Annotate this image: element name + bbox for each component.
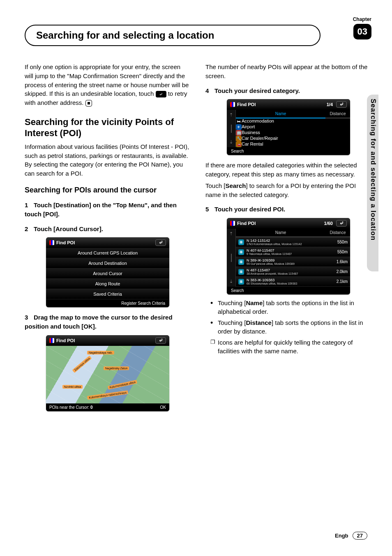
poi-row[interactable]: ▦N 407-M-1154079 Yakornaya ulitsa, Moskv… [236,247,350,257]
category-row[interactable]: 🛏Accommodation [236,118,350,124]
step-4: 4Touch your desired category. [205,86,371,95]
scroll-bar[interactable]: ⇡⇣ [227,110,236,147]
poi-icon: ▦ [238,259,244,265]
step-3: 3Drag the map to move the cursor to the … [25,313,191,331]
step-1: 1Touch [Destination] on the "Top Menu", … [25,201,191,219]
category-row[interactable]: 🚗Car Rental [236,141,350,147]
side-tab-label: Searching for and selecting a location [369,99,377,241]
poi-row[interactable]: ▦N 142-11514217k3 Kolomenskaya ulitsa, M… [236,237,350,247]
category-row[interactable]: ✈Airport [236,124,350,130]
page-indicator: 1/60 [324,221,333,226]
map-street-label: Nagatinskaya nab. [87,351,114,354]
page-footer: Engb 27 [335,532,367,540]
poi-icon: ▦ [238,279,244,285]
search-button[interactable]: Search [227,147,350,155]
map-area[interactable]: Nagatinskaya nab. Nagatinsky Zaton Zaton… [46,346,169,403]
bullet-distance-sort: Touching [Distance] tab sorts the option… [210,318,371,336]
back-icon: ⤶ [156,91,166,97]
tab-name[interactable]: Name [236,229,325,237]
poi-row[interactable]: ▦N 383-Ж-10938366 Shosseynaya ulitsa, Mo… [236,277,350,287]
flag-icon [49,240,54,245]
heading-poi-cursor: Searching for POIs around the cursor [25,185,191,195]
scroll-bar[interactable]: ⇡⇣ [227,229,236,287]
tab-distance[interactable]: Distance [325,229,350,237]
step-5: 5Touch your desired POI. [205,205,371,214]
para-detailed-categories: If there are more detailed categories wi… [205,161,371,179]
bullet-list: Touching [Name] tab sorts the options in… [210,299,371,355]
bullet-icons-note: Icons are helpful for quickly telling th… [210,338,371,355]
map-street-label: Novinki ulitsa [62,385,83,389]
back-button-icon[interactable]: ⤶ [155,239,166,246]
page-indicator: 1/4 [327,102,333,107]
content-columns: If only one option is appropriate for yo… [25,63,371,415]
car-rental-icon: 🚗 [236,141,242,147]
page-title: Searching for and selecting a location [36,30,309,41]
map-street-label: Kolomenskaya naberezhnaya [87,390,129,400]
menu-item[interactable]: Around Destination [46,258,169,269]
poi-vicinity-paragraph: Information about various facilities (Po… [25,142,191,178]
device1-footer[interactable]: Register Search Criteria [46,299,169,307]
back-button-icon[interactable]: ⤶ [336,220,347,227]
device-poi-categories: Find POI 1/4 ⤶ ⇡⇣ Name Distance 🛏Accommo… [227,99,350,155]
poi-count-label: POIs near the Cursor: [49,405,89,410]
poi-count-value: 0 [90,405,93,410]
chapter-number-badge: 03 [353,24,371,39]
footer-page-number: 27 [353,532,367,540]
heading-poi-vicinity: Searching for the vicinity Points of Int… [25,116,191,139]
poi-row[interactable]: ▦N 389-Ж-10938955 Gur'yanova ulitsa, Mos… [236,257,350,267]
right-column: The number of nearby POIs will appear at… [205,63,371,415]
step-2: 2Touch [Around Cursor]. [25,225,191,234]
poi-icon: ▦ [238,239,244,245]
chapter-label: Chapter [353,16,371,22]
map-street-label: Zatonaya ulitsa [72,355,92,373]
device3-title: Find POI [237,102,256,107]
category-row[interactable]: 🏢Business [236,130,350,136]
poi-icon: ▦ [238,249,244,255]
back-button-icon[interactable]: ⤶ [155,337,166,344]
right-intro: The number of nearby POIs will appear at… [205,63,371,81]
tab-distance[interactable]: Distance [325,110,350,118]
intro-paragraph: If only one option is appropriate for yo… [25,63,191,107]
menu-item[interactable]: Around Cursor [46,269,169,279]
accommodation-icon: 🛏 [236,118,242,124]
device2-title: Find POI [56,338,75,343]
stop-icon [85,100,92,107]
ok-button[interactable]: OK [160,405,166,410]
back-button-icon[interactable]: ⤶ [336,101,347,108]
map-street-label: Nagatinsky Zaton [104,366,129,370]
menu-item[interactable]: Around Current GPS Location [46,248,169,258]
device-poi-results: Find POI 1/60 ⤶ ⇡⇣ Name Distance ▦N 142-… [227,218,350,294]
menu-item[interactable]: Saved Criteria [46,289,169,299]
flag-icon [230,102,235,107]
page-title-capsule: Searching for and selecting a location [25,25,321,46]
device4-title: Find POI [237,221,256,226]
bullet-name-sort: Touching [Name] tab sorts the options in… [210,299,371,316]
map-street-label: Kolomenskaya ulitsa [108,380,137,389]
category-row[interactable]: 🔧Car Dealer/Repair [236,136,350,141]
flag-icon [230,221,235,226]
business-icon: 🏢 [236,130,242,136]
device-find-poi-menu: Find POI ⤶ Around Current GPS Location A… [46,237,169,307]
para-touch-search: Touch [Search] to search for a POI by en… [205,181,371,199]
device-find-poi-map: Find POI ⤶ Nagatinskaya nab. Nagatinsky … [46,335,169,411]
car-dealer-icon: 🔧 [236,136,242,141]
flag-icon [49,338,54,343]
footer-lang: Engb [335,533,348,539]
search-button[interactable]: Search [227,287,350,294]
poi-row[interactable]: ▦N 487-11548738 Andropova prospekt, Mosk… [236,267,350,277]
tab-name[interactable]: Name [236,110,325,118]
menu-item[interactable]: Along Route [46,279,169,289]
airport-icon: ✈ [236,124,242,130]
poi-icon: ▦ [238,269,244,275]
device1-title: Find POI [56,240,75,245]
left-column: If only one option is appropriate for yo… [25,63,191,415]
